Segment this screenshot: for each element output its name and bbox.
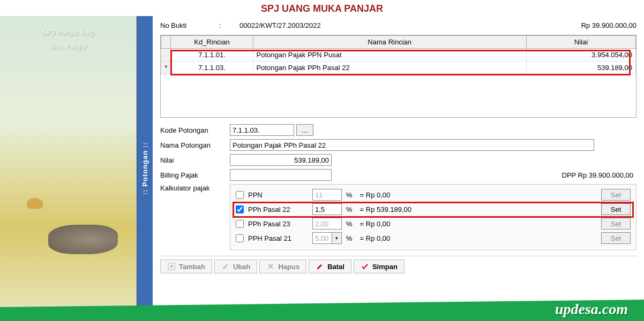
cell-nilai[interactable]: 3.954.054,00 <box>526 49 635 62</box>
cell-kd[interactable]: 7.1.1.01. <box>171 49 253 62</box>
cell-nama[interactable]: Potongan Pajak PPN Pusat <box>253 49 526 62</box>
checkbox-ppn[interactable] <box>236 191 244 199</box>
kalkulator-panel: PPN % = Rp 0,00 Set PPh Pasal 22 % = Rp … <box>230 184 636 250</box>
tambah-button[interactable]: Tambah <box>160 259 212 273</box>
table-row[interactable]: * 7.1.1.03. Potongan Pajak PPh Pasal 22 … <box>161 62 636 74</box>
batal-button[interactable]: Batal <box>309 259 351 273</box>
row-indicator <box>161 49 171 62</box>
cancel-icon <box>316 262 324 271</box>
cell-nilai[interactable]: 539.189,00 <box>526 62 635 74</box>
potongan-grid[interactable]: Kd_Rincian Nama Rincian Nilai 7.1.1.01. … <box>160 35 636 118</box>
rate-pph21-dropdown[interactable]: ▾ <box>332 232 342 244</box>
nilai-input[interactable] <box>230 154 332 166</box>
sidebar-item-spj[interactable]: SPJ Panjar Keg <box>0 26 136 40</box>
browse-kode-button[interactable]: ... <box>296 124 313 136</box>
calc-row-pph21: PPH Pasal 21 ▾ % = Rp 0,00 Set <box>236 232 631 244</box>
rate-ppn-input[interactable] <box>312 189 342 201</box>
calc-result: = Rp 0,00 <box>360 191 462 199</box>
percent-sign: % <box>346 234 353 242</box>
calc-row-pph22: PPh Pasal 22 % = Rp 539.189,00 Set <box>236 203 631 215</box>
kode-potongan-input[interactable] <box>230 124 294 136</box>
col-nama-rincian[interactable]: Nama Rincian <box>253 36 526 49</box>
sidebar: SPJ Panjar Keg Sisa Panjar <box>0 16 137 321</box>
decorative-illustration <box>16 182 120 257</box>
rate-pph22-input[interactable] <box>312 203 342 215</box>
percent-sign: % <box>346 220 353 228</box>
edit-icon <box>221 262 230 271</box>
label-billing-pajak: Billing Pajak <box>160 171 230 179</box>
set-pph22-button[interactable]: Set <box>601 203 631 215</box>
calc-name: PPh Pasal 23 <box>248 220 312 228</box>
calc-row-ppn: PPN % = Rp 0,00 Set <box>236 189 631 201</box>
label-nilai: Nilai <box>160 156 230 164</box>
percent-sign: % <box>346 191 353 199</box>
label-nama-potongan: Nama Potongan <box>160 141 230 149</box>
simpan-button[interactable]: Simpan <box>354 259 405 273</box>
table-row[interactable]: 7.1.1.01. Potongan Pajak PPN Pusat 3.954… <box>161 49 636 62</box>
header-amount: Rp 39.900.000,00 <box>581 21 636 29</box>
set-pph23-button[interactable]: Set <box>601 218 631 230</box>
calc-row-pph23: PPh Pasal 23 % = Rp 0,00 Set <box>236 218 631 230</box>
set-pph21-button[interactable]: Set <box>601 232 631 244</box>
action-toolbar: Tambah Ubah Hapus Batal <box>160 256 636 273</box>
col-indicator <box>161 36 171 49</box>
col-kd-rincian[interactable]: Kd_Rincian <box>171 36 253 49</box>
calc-name: PPh Pasal 22 <box>248 205 312 213</box>
calc-result: = Rp 0,00 <box>360 234 462 242</box>
hapus-button[interactable]: Hapus <box>259 259 306 273</box>
colon: : <box>219 21 230 29</box>
label-kode-potongan: Kode Potongan <box>160 126 230 134</box>
percent-sign: % <box>346 205 353 213</box>
cell-nama[interactable]: Potongan Pajak PPh Pasal 22 <box>253 62 526 74</box>
calc-name: PPN <box>248 191 312 199</box>
sidebar-item-sisa[interactable]: Sisa Panjar <box>0 40 136 54</box>
app-title: SPJ UANG MUKA PANJAR <box>0 0 644 16</box>
label-no-bukti: No Bukti <box>160 21 219 29</box>
rate-pph21-input[interactable] <box>312 232 332 244</box>
label-kalkulator-pajak: Kalkulator pajak <box>160 184 230 250</box>
cell-kd[interactable]: 7.1.1.03. <box>171 62 253 74</box>
save-icon <box>361 262 369 271</box>
ubah-button[interactable]: Ubah <box>214 259 258 273</box>
value-no-bukti: 00022/KWT/27.2003/2022 <box>239 21 581 29</box>
checkbox-pph22[interactable] <box>236 205 244 213</box>
set-ppn-button[interactable]: Set <box>601 189 631 201</box>
calc-result: = Rp 539.189,00 <box>360 205 462 213</box>
delete-icon <box>266 262 275 271</box>
billing-pajak-input[interactable] <box>230 169 332 181</box>
rate-pph23-input[interactable] <box>312 218 342 230</box>
calc-name: PPH Pasal 21 <box>248 234 312 242</box>
dpp-value: DPP Rp 39.900.000,00 <box>562 171 636 179</box>
row-indicator: * <box>161 62 171 74</box>
checkbox-pph21[interactable] <box>236 234 244 242</box>
add-icon <box>167 262 176 271</box>
nama-potongan-input[interactable] <box>230 139 594 151</box>
tab-potongan[interactable]: :: Potongan :: <box>137 16 153 321</box>
checkbox-pph23[interactable] <box>236 220 244 228</box>
col-nilai[interactable]: Nilai <box>526 36 635 49</box>
calc-result: = Rp 0,00 <box>360 220 462 228</box>
